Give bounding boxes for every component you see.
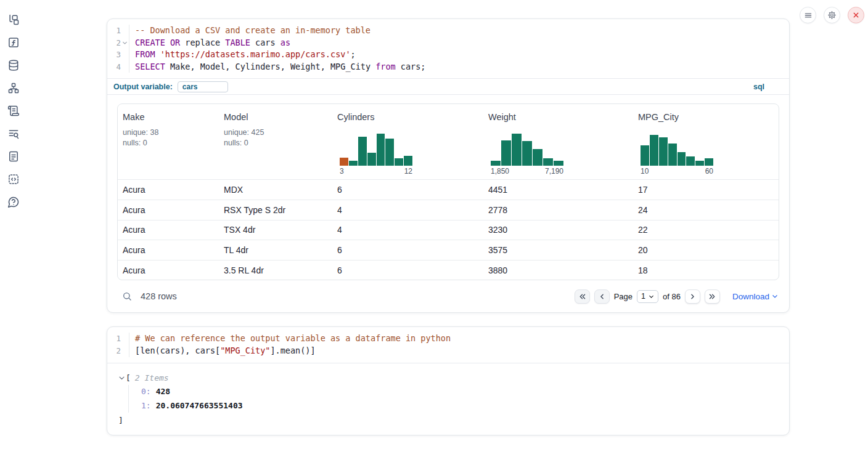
histogram-bar (641, 145, 649, 166)
histogram-bar (533, 149, 542, 166)
code-token: [len(cars), cars[ (135, 346, 220, 355)
function-square-icon[interactable] (7, 36, 20, 49)
code-line: 1-- Download a CSV and create an in-memo… (107, 25, 789, 37)
histogram-axis-labels: 1,8507,190 (491, 167, 563, 177)
prev-page-button[interactable] (594, 289, 610, 304)
sql-cell: 1-- Download a CSV and create an in-memo… (107, 18, 790, 313)
table-cell: 22 (633, 225, 779, 235)
code-text: SELECT Make, Model, Cylinders, Weight, M… (135, 61, 425, 73)
column-stat: unique: 38 (123, 127, 214, 138)
fold-chevron-icon[interactable] (121, 40, 129, 46)
page-select[interactable]: 1 (637, 290, 658, 303)
table-cell: 3575 (483, 245, 633, 255)
tree-entry: 1:20.060747663551403 (141, 398, 779, 413)
settings-button[interactable] (824, 7, 840, 23)
python-code-editor[interactable]: 1# We can reference the output variable … (107, 327, 789, 362)
column-histogram: 1060 (641, 133, 713, 177)
column-header[interactable]: Modelunique: 425nulls: 0 (219, 104, 332, 179)
chevron-down-icon (649, 294, 654, 299)
table-cell: Acura (118, 185, 219, 195)
help-bubble-icon[interactable] (7, 195, 20, 209)
table-row: AcuraRSX Type S 2dr4277824 (118, 200, 779, 220)
axis-min-label: 1,850 (491, 167, 509, 177)
axis-min-label: 3 (340, 167, 344, 177)
code-text: [len(cars), cars["MPG_City"].mean()] (135, 345, 316, 357)
menu-icon (804, 11, 813, 20)
table-cell: TSX 4dr (219, 225, 332, 235)
column-name: Make (123, 112, 214, 122)
code-text: CREATE OR replace TABLE cars as (135, 37, 290, 49)
column-stats: unique: 38nulls: 0 (123, 127, 214, 148)
table-cell: 6 (332, 185, 483, 195)
code-token: cars; (396, 62, 426, 71)
histogram-bar (695, 161, 704, 166)
scroll-logs-icon[interactable] (7, 104, 20, 118)
output-variable-input[interactable] (178, 81, 228, 92)
table-cell: 4451 (483, 185, 633, 195)
histogram-bar (659, 137, 668, 166)
code-snippets-icon[interactable] (7, 172, 20, 186)
code-line: 2[len(cars), cars["MPG_City"].mean()] (107, 345, 789, 357)
table-cell: Acura (118, 225, 219, 235)
column-header[interactable]: Makeunique: 38nulls: 0 (118, 104, 219, 179)
histogram-bar (385, 139, 394, 166)
column-header[interactable]: Cylinders312 (332, 104, 483, 179)
menu-button[interactable] (800, 7, 816, 23)
file-tree-icon[interactable] (7, 13, 20, 26)
line-gutter: 1 (107, 25, 129, 37)
entry-value: 20.060747663551403 (156, 401, 243, 410)
column-header[interactable]: Weight1,8507,190 (483, 104, 633, 179)
open-bracket: [ (126, 373, 131, 382)
last-page-button[interactable] (705, 289, 720, 304)
histogram-bar (377, 134, 385, 166)
chevrons-left-icon (578, 293, 586, 301)
line-number: 4 (107, 61, 121, 73)
dependency-graph-icon[interactable] (7, 81, 20, 95)
table-cell: 18 (633, 265, 779, 275)
sql-code-editor[interactable]: 1-- Download a CSV and create an in-memo… (107, 19, 789, 78)
sql-output-area: Makeunique: 38nulls: 0Modelunique: 425nu… (107, 95, 789, 312)
database-icon[interactable] (7, 59, 20, 72)
table-cell: 6 (332, 245, 483, 255)
code-token: 'https://datasets.marimo.app/cars.csv' (160, 49, 351, 59)
table-cell: 3230 (483, 225, 633, 235)
line-gutter: 1 (107, 333, 129, 345)
download-button[interactable]: Download (732, 292, 778, 301)
histogram-bars (641, 133, 713, 166)
python-cell: 1# We can reference the output variable … (107, 326, 790, 435)
line-number: 1 (107, 333, 121, 345)
table-cell: 4 (332, 205, 483, 215)
code-line: 1# We can reference the output variable … (107, 333, 789, 345)
code-token: FROM (135, 49, 155, 59)
text-search-icon[interactable] (7, 127, 20, 140)
axis-max-label: 12 (404, 167, 412, 177)
close-icon (852, 11, 860, 19)
table-cell: 17 (633, 185, 779, 195)
entry-value: 428 (156, 387, 170, 396)
chevron-left-icon (598, 293, 606, 301)
first-page-button[interactable] (575, 289, 590, 304)
histogram-bar (340, 158, 348, 166)
next-page-button[interactable] (685, 289, 700, 304)
code-token: SELECT (135, 62, 165, 71)
line-gutter: 2 (107, 37, 129, 49)
table-cell: 2778 (483, 205, 633, 215)
code-token: replace (180, 38, 225, 47)
document-icon[interactable] (7, 150, 20, 163)
search-icon[interactable] (122, 291, 132, 301)
tree-body: 0:4281:20.060747663551403 (128, 385, 779, 413)
line-number: 2 (107, 345, 121, 357)
language-tag[interactable]: sql (753, 83, 764, 91)
table-row: Acura3.5 RL 4dr6388018 (118, 260, 779, 280)
histogram-bar (404, 156, 412, 166)
chevron-down-icon (772, 293, 778, 299)
shutdown-button[interactable] (848, 7, 864, 23)
gear-icon (827, 10, 837, 20)
table-cell: RSX Type S 2dr (219, 205, 332, 215)
histogram-bar (491, 161, 501, 166)
histogram-bar (395, 158, 403, 166)
collapse-chevron-icon[interactable] (118, 374, 126, 381)
column-header[interactable]: MPG_City1060 (633, 104, 779, 179)
code-token (155, 49, 160, 59)
top-right-controls (800, 7, 864, 23)
